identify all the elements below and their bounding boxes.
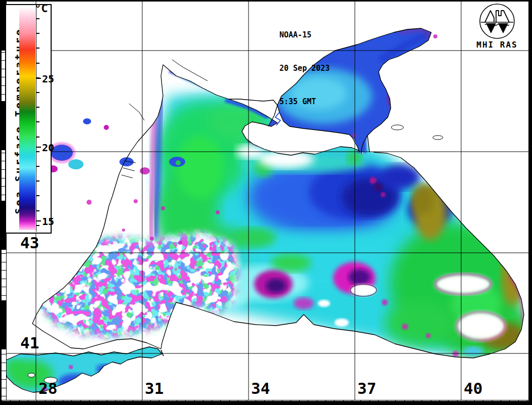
frame-left: [0, 0, 2, 405]
black-sea-map: [0, 0, 532, 405]
sst-colorbar: Sea Surface Temperature 25 20 15 °C: [5, 4, 52, 234]
lon-label-31: 31: [145, 381, 163, 396]
lat-label-43: 43: [20, 235, 39, 251]
colorbar-gradient: [19, 7, 35, 230]
colorbar-major-tick-20: [36, 147, 41, 148]
scan-date: 20 Sep 2023: [279, 63, 365, 74]
lon-label-37: 37: [357, 381, 376, 396]
scan-info-box: NOAA-15 20 Sep 2023 5:35 GMT: [279, 7, 365, 118]
colorbar-tick-label-15: 15: [42, 215, 62, 227]
colorbar-tick-label-20: 20: [42, 142, 62, 153]
lat-label-41: 41: [20, 335, 39, 351]
frame-right: [528, 0, 532, 405]
lon-label-34: 34: [251, 381, 270, 396]
frame-bottom: [0, 401, 532, 405]
sst-field: [4, 28, 531, 392]
scan-time: 5:35 GMT: [279, 96, 365, 107]
satellite-name: NOAA-15: [279, 29, 365, 40]
frame-top: [0, 0, 532, 2]
mhi-ras-emblem-icon: [474, 2, 520, 40]
colorbar-major-tick-25: [36, 78, 41, 79]
mhi-ras-logo: MHI RAS: [474, 2, 520, 51]
colorbar-tick-label-25: 25: [42, 73, 62, 84]
colorbar-minor-ticks: [36, 18, 39, 228]
lon-label-40: 40: [464, 381, 482, 396]
cloud-speckle-sw: [28, 234, 237, 336]
sst-map-screenshot: Sea Surface Temperature 25 20 15 °C NOAA…: [0, 0, 532, 405]
colorbar-major-tick-15: [36, 220, 41, 221]
colorbar-unit-label: °C: [34, 2, 55, 14]
mhi-ras-label: MHI RAS: [474, 40, 520, 50]
lon-label-28: 28: [38, 381, 57, 396]
